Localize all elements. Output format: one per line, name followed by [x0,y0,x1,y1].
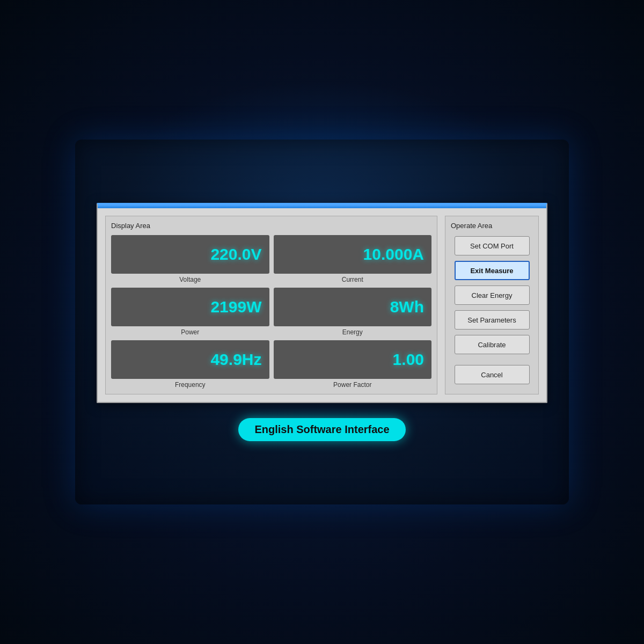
current-cell: 10.000A Current [274,235,432,283]
window-frame: Display Area 220.0V Voltage 10.000A Curr… [97,203,547,403]
operate-buttons: Set COM Port Exit Measure Clear Energy S… [451,236,533,384]
display-area: Display Area 220.0V Voltage 10.000A Curr… [105,216,437,394]
window-content: Display Area 220.0V Voltage 10.000A Curr… [98,208,546,402]
exit-measure-button[interactable]: Exit Measure [455,261,530,280]
clear-energy-button[interactable]: Clear Energy [455,286,530,305]
frequency-value: 49.9Hz [210,350,261,369]
power-factor-display: 1.00 [274,340,432,379]
cancel-button[interactable]: Cancel [455,365,530,384]
outer-container: Display Area 220.0V Voltage 10.000A Curr… [75,140,569,504]
operate-area-label: Operate Area [451,222,533,230]
current-value: 10.000A [363,245,424,264]
power-factor-cell: 1.00 Power Factor [274,340,432,389]
current-display: 10.000A [274,235,432,274]
voltage-value: 220.0V [210,245,261,264]
display-area-label: Display Area [111,222,431,230]
operate-area: Operate Area Set COM Port Exit Measure C… [445,216,539,394]
voltage-display: 220.0V [111,235,269,274]
voltage-cell: 220.0V Voltage [111,235,269,283]
energy-value: 8Wh [390,298,424,316]
energy-label: Energy [342,328,363,336]
current-label: Current [342,276,363,283]
metrics-grid: 220.0V Voltage 10.000A Current 2199W [111,235,431,389]
energy-cell: 8Wh Energy [274,288,432,336]
power-display: 2199W [111,288,269,326]
voltage-label: Voltage [179,276,201,283]
english-software-label: English Software Interface [238,418,405,441]
frequency-display: 49.9Hz [111,340,269,379]
power-value: 2199W [210,298,261,316]
power-factor-value: 1.00 [393,350,424,369]
power-label: Power [181,328,199,336]
frequency-label: Frequency [175,381,206,389]
footer-container: English Software Interface [238,418,405,441]
set-parameters-button[interactable]: Set Parameters [455,310,530,330]
set-com-port-button[interactable]: Set COM Port [455,236,530,255]
energy-display: 8Wh [274,288,432,326]
power-cell: 2199W Power [111,288,269,336]
power-factor-label: Power Factor [333,381,371,389]
frequency-cell: 49.9Hz Frequency [111,340,269,389]
calibrate-button[interactable]: Calibrate [455,335,530,354]
